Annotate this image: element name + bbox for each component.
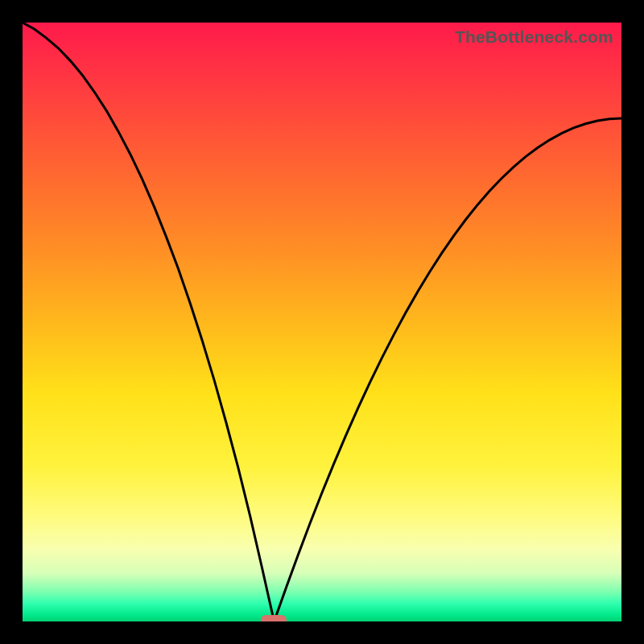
- bottleneck-curve: [23, 23, 621, 621]
- chart-frame: TheBottleneck.com: [0, 0, 644, 644]
- plot-area: TheBottleneck.com: [23, 23, 621, 621]
- curve-path: [23, 23, 621, 621]
- optimum-marker: [261, 615, 287, 621]
